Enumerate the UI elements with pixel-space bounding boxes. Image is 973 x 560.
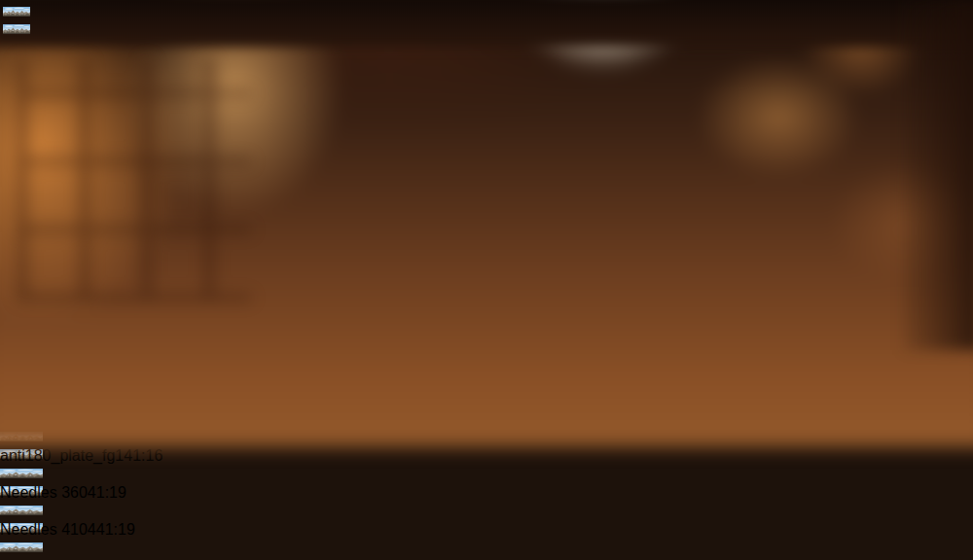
window-grid (18, 58, 251, 301)
pano-frame-top (3, 7, 30, 17)
photo-scene: Premiere Pro CC File Edit Clip Sequence … (0, 0, 973, 560)
background-post (903, 0, 973, 350)
preview-thumbnail (3, 3, 32, 22)
ceiling-beam (0, 0, 973, 47)
pano-frame-bottom (3, 24, 30, 34)
wooden-desk (0, 408, 973, 560)
